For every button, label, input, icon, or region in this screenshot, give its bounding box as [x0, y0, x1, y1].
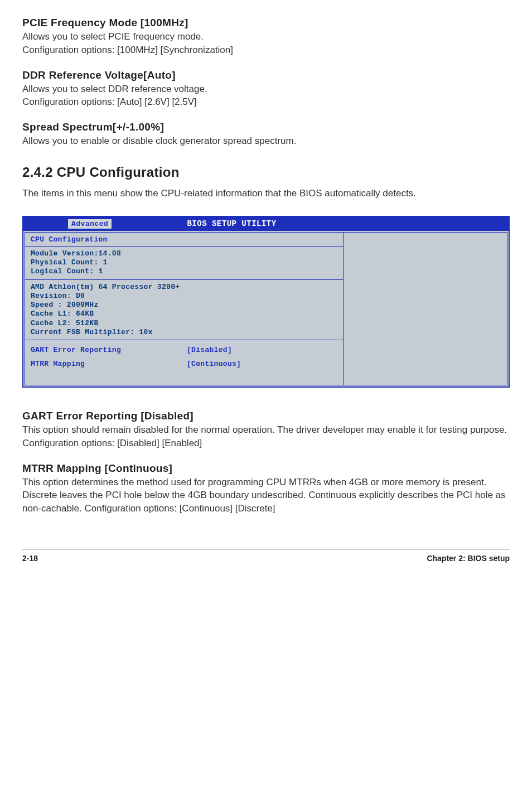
bios-setting-label: MTRR Mapping	[31, 360, 187, 368]
heading-gart: GART Error Reporting [Disabled]	[22, 410, 510, 422]
body-gart: This option should remain disabled for t…	[22, 423, 510, 450]
section-gart: GART Error Reporting [Disabled] This opt…	[22, 410, 510, 450]
section-spread: Spread Spectrum[+/-1.00%] Allows you to …	[22, 121, 510, 148]
bios-processor-block: AMD Athlon(tm) 64 Processor 3200+ Revisi…	[25, 280, 343, 341]
heading-pcie: PCIE Frequency Mode [100MHz]	[22, 17, 510, 29]
heading-cpu-config: 2.4.2 CPU Configuration	[22, 165, 510, 180]
text-line: Allows you to select DDR reference volta…	[22, 84, 207, 94]
footer-page-number: 2-18	[22, 554, 38, 563]
section-pcie: PCIE Frequency Mode [100MHz] Allows you …	[22, 17, 510, 57]
text-line: Allows you to select PCIE frequency mode…	[22, 31, 204, 42]
bios-header: Advanced BIOS SETUP UTILITY	[23, 217, 509, 231]
text-line: Configuration options: [100MHz] [Synchro…	[22, 45, 233, 55]
bios-panel-title: CPU Configuration	[25, 233, 343, 247]
heading-mtrr: MTRR Mapping [Continuous]	[22, 462, 510, 475]
bios-left-panel: CPU Configuration Module Version:14.08 P…	[25, 232, 344, 385]
bios-title: BIOS SETUP UTILITY	[187, 219, 276, 228]
bios-line: Logical Count: 1	[31, 267, 337, 276]
bios-body: CPU Configuration Module Version:14.08 P…	[23, 231, 509, 386]
bios-tab-advanced: Advanced	[68, 219, 112, 229]
bios-module-block: Module Version:14.08 Physical Count: 1 L…	[25, 247, 343, 280]
bios-line: Cache L2: 512KB	[31, 319, 337, 328]
bios-setting-gart: GART Error Reporting [Disabled]	[25, 340, 343, 355]
bios-line: Revision: D0	[31, 292, 337, 301]
section-cpu-config: 2.4.2 CPU Configuration The items in thi…	[22, 165, 510, 200]
text-line: Allows you to enable or disable clock ge…	[22, 136, 296, 146]
page-footer: 2-18 Chapter 2: BIOS setup	[22, 549, 510, 563]
bios-setting-mtrr: MTRR Mapping [Continuous]	[25, 355, 343, 385]
body-pcie: Allows you to select PCIE frequency mode…	[22, 30, 510, 57]
bios-line: Physical Count: 1	[31, 258, 337, 267]
footer-chapter: Chapter 2: BIOS setup	[427, 554, 510, 563]
body-ddr: Allows you to select DDR reference volta…	[22, 83, 510, 109]
text-line: Configuration options: [Auto] [2.6V] [2.…	[22, 96, 197, 107]
heading-spread: Spread Spectrum[+/-1.00%]	[22, 121, 510, 133]
bios-line: Current FSB Multiplier: 10x	[31, 328, 337, 337]
bios-right-panel	[344, 232, 507, 385]
section-ddr: DDR Reference Voltage[Auto] Allows you t…	[22, 69, 510, 109]
bios-line: Speed : 2000MHz	[31, 301, 337, 310]
body-cpu-config: The items in this menu show the CPU-rela…	[22, 187, 510, 200]
section-mtrr: MTRR Mapping [Continuous] This option de…	[22, 462, 510, 515]
bios-line: AMD Athlon(tm) 64 Processor 3200+	[31, 283, 337, 292]
bios-line: Module Version:14.08	[31, 249, 337, 258]
bios-line: Cache L1: 64KB	[31, 310, 337, 318]
bios-setting-value: [Continuous]	[187, 360, 337, 368]
bios-setting-value: [Disabled]	[187, 346, 337, 354]
body-spread: Allows you to enable or disable clock ge…	[22, 134, 510, 148]
heading-ddr: DDR Reference Voltage[Auto]	[22, 69, 510, 81]
bios-setting-label: GART Error Reporting	[31, 346, 187, 354]
bios-screenshot: Advanced BIOS SETUP UTILITY CPU Configur…	[22, 216, 510, 388]
body-mtrr: This option determines the method used f…	[22, 476, 510, 515]
